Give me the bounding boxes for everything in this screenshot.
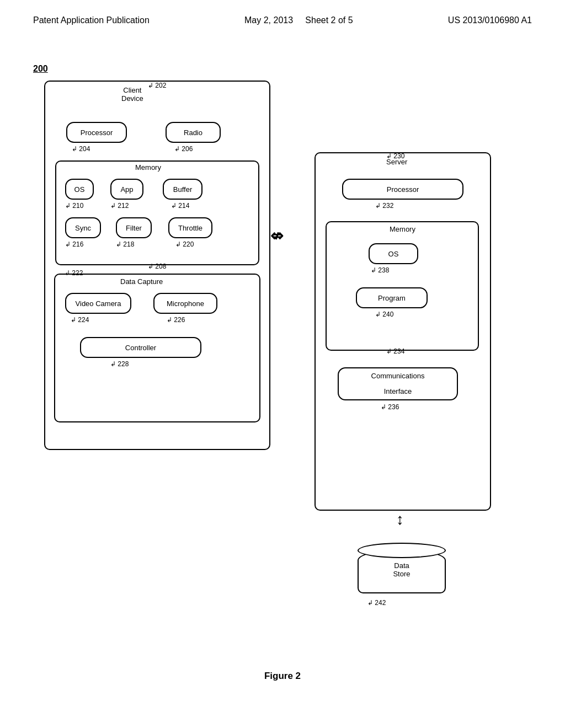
ref-230: ↲ 230 <box>386 152 404 160</box>
radio-box: Radio <box>166 122 221 143</box>
app-box: App <box>110 179 143 200</box>
ref-212: ↲ 212 <box>110 202 129 210</box>
server-memory-label: Memory <box>390 225 415 233</box>
diagram-label: 200 <box>33 64 48 74</box>
ref-224: ↲ 224 <box>71 316 89 324</box>
header-left: Patent Application Publication <box>33 15 150 25</box>
ref-204: ↲ 204 <box>72 145 90 153</box>
diagram: 200 ClientDevice ↲ 202 Processor ↲ 204 R… <box>0 36 565 698</box>
memory-client-box <box>55 160 259 265</box>
header-right: US 2013/0106980 A1 <box>448 15 532 25</box>
server-memory-box <box>326 221 479 351</box>
ref-206: ↲ 206 <box>174 145 193 153</box>
processor-client-box: Processor <box>66 122 127 143</box>
os-client-box: OS <box>65 179 94 200</box>
header-date: May 2, 2013 <box>244 15 293 25</box>
data-store-label: DataStore <box>359 561 445 578</box>
server-datastore-arrow: ↕ <box>396 511 404 528</box>
ref-232: ↲ 232 <box>375 202 393 210</box>
client-device-label: ClientDevice <box>121 86 143 103</box>
data-store-shape: DataStore <box>358 549 446 593</box>
server-os-box: OS <box>369 243 418 264</box>
ref-242: ↲ 242 <box>367 599 386 607</box>
microphone-box: Microphone <box>153 293 217 314</box>
comm-interface-box: CommunicationsInterface <box>338 367 458 400</box>
ref-226: ↲ 226 <box>167 316 185 324</box>
ref-202: ↲ 202 <box>148 82 166 89</box>
memory-client-label: Memory <box>135 163 161 172</box>
throttle-box: Throttle <box>168 217 212 238</box>
ref-236: ↲ 236 <box>381 403 399 411</box>
client-server-arrow: ⇎ <box>270 227 283 245</box>
comm-interface-label: CommunicationsInterface <box>371 368 425 399</box>
sync-box: Sync <box>65 217 101 238</box>
data-capture-label: Data Capture <box>120 277 163 286</box>
ref-228: ↲ 228 <box>110 360 129 368</box>
ref-220: ↲ 220 <box>175 240 194 248</box>
server-processor-box: Processor <box>342 179 463 200</box>
ref-216: ↲ 216 <box>65 240 83 248</box>
ref-222: ↲ 222 <box>65 269 83 277</box>
server-program-box: Program <box>356 287 428 308</box>
data-store-container: DataStore <box>358 549 446 593</box>
filter-box: Filter <box>116 217 152 238</box>
ref-210: ↲ 210 <box>65 202 83 210</box>
header-center: May 2, 2013 Sheet 2 of 5 <box>244 15 353 25</box>
ref-238: ↲ 238 <box>371 266 389 274</box>
ref-240: ↲ 240 <box>375 311 393 318</box>
buffer-box: Buffer <box>163 179 202 200</box>
ref-208: ↲ 208 <box>148 263 166 270</box>
ref-234: ↲ 234 <box>386 347 404 355</box>
page-header: Patent Application Publication May 2, 20… <box>0 0 565 25</box>
ref-214: ↲ 214 <box>171 202 189 210</box>
figure-caption: Figure 2 <box>264 671 301 682</box>
video-camera-box: Video Camera <box>65 293 131 314</box>
ref-218: ↲ 218 <box>116 240 134 248</box>
header-sheet: Sheet 2 of 5 <box>305 15 353 25</box>
controller-box: Controller <box>80 337 201 358</box>
